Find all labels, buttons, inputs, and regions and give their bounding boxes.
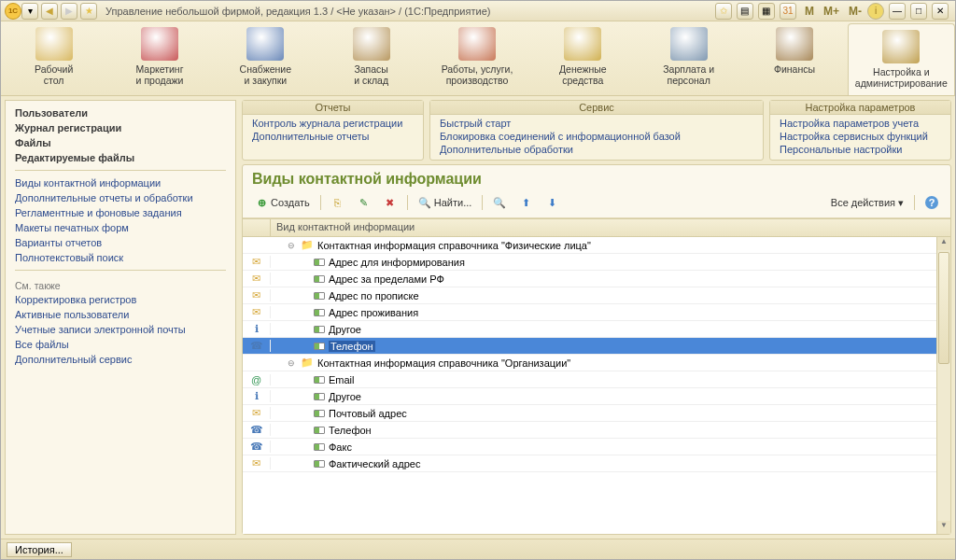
find-button[interactable]: 🔍Найти... — [414, 193, 477, 212]
nav-item-5[interactable]: Денежныесредства — [530, 21, 636, 95]
folder-icon: 📁 — [301, 357, 314, 369]
table-row[interactable]: ℹДругое — [243, 321, 950, 338]
sidebar-link[interactable]: Макеты печатных форм — [15, 221, 226, 234]
close-button[interactable]: ✕ — [932, 3, 949, 20]
info-icon[interactable]: i — [867, 3, 884, 20]
row-label: Телефон — [329, 341, 375, 352]
calc-icon[interactable]: ▦ — [758, 3, 775, 20]
sidebar-link[interactable]: Дополнительный сервис — [15, 353, 226, 366]
table-row[interactable]: ℹДругое — [243, 388, 950, 405]
move-down-button[interactable]: ⬇ — [541, 193, 563, 212]
row-label: Адрес за пределами РФ — [329, 273, 444, 285]
nav-back-button[interactable]: ◀ — [41, 3, 58, 20]
expand-icon[interactable]: ⊖ — [288, 241, 297, 250]
maximize-button[interactable]: □ — [910, 3, 927, 20]
create-button[interactable]: ⊕Создать — [250, 193, 315, 212]
memory-mplus-button[interactable]: M+ — [820, 4, 843, 19]
copy-button[interactable]: ⎘ — [327, 193, 349, 212]
all-actions-button[interactable]: Все действия ▾ — [826, 194, 908, 212]
sidebar-link[interactable]: Активные пользователи — [15, 308, 226, 321]
help-button[interactable]: ? — [921, 193, 943, 212]
grid-header-name-col[interactable]: Вид контактной информации — [271, 219, 950, 236]
panel-link[interactable]: Персональные настройки — [780, 143, 941, 156]
table-row[interactable]: ✉Адрес по прописке — [243, 287, 950, 304]
grid: Вид контактной информации ⊖📁Контактная и… — [243, 218, 950, 534]
sidebar-link[interactable]: Журнал регистрации — [15, 121, 226, 134]
nav-item-2[interactable]: Снабжениеи закупки — [213, 21, 318, 95]
panel-link[interactable]: Быстрый старт — [440, 117, 753, 130]
expand-icon[interactable]: ⊖ — [288, 358, 297, 368]
table-row[interactable]: ✉Адрес за пределами РФ — [243, 271, 950, 287]
sidebar-link[interactable]: Файлы — [15, 136, 226, 149]
panel-link[interactable]: Настройка параметров учета — [780, 117, 941, 130]
app-logo-icon: 1C — [5, 3, 21, 20]
nav-forward-button[interactable]: ▶ — [61, 3, 77, 20]
sidebar-link[interactable]: Редактируемые файлы — [15, 151, 226, 164]
sidebar-link[interactable]: Дополнительные отчеты и обработки — [15, 191, 226, 204]
nav-item-0[interactable]: Рабочийстол — [1, 21, 106, 95]
nav-item-1[interactable]: Маркетинги продажи — [106, 21, 212, 95]
dropdown-button[interactable]: ▾ — [21, 3, 38, 20]
sidebar-link[interactable]: Полнотекстовый поиск — [15, 251, 226, 264]
table-row[interactable]: ✉Адрес проживания — [243, 304, 950, 321]
history-button[interactable]: История... — [7, 542, 72, 557]
nav-item-6[interactable]: Зарплата иперсонал — [636, 21, 741, 95]
table-row[interactable]: ✉Адрес для информирования — [243, 254, 950, 271]
table-row[interactable]: ☎Телефон — [243, 338, 950, 355]
pencil-icon: ✎ — [358, 196, 371, 209]
row-type-icon: ✉ — [243, 256, 271, 268]
table-row[interactable]: ✉Фактический адрес — [243, 455, 950, 472]
doc-icon[interactable]: ▤ — [737, 3, 753, 20]
row-type-icon: ☎ — [243, 424, 271, 436]
panel-service: Сервис Быстрый стартБлокировка соединени… — [429, 100, 764, 161]
scroll-up-icon[interactable]: ▲ — [937, 237, 950, 250]
move-up-button[interactable]: ⬆ — [514, 193, 537, 212]
folder-icon: 📁 — [301, 239, 314, 251]
favorite-button[interactable]: ★ — [80, 3, 97, 20]
panel-link[interactable]: Настройка сервисных функций — [780, 130, 941, 143]
fav-add-icon[interactable]: ✩ — [715, 3, 732, 20]
sidebar-link[interactable]: Варианты отчетов — [15, 236, 226, 249]
table-row[interactable]: ✉Почтовый адрес — [243, 405, 950, 422]
grid-body[interactable]: ⊖📁Контактная информация справочника "Физ… — [243, 237, 950, 534]
scroll-down-icon[interactable]: ▼ — [937, 521, 950, 534]
delete-icon: ✖ — [384, 196, 397, 209]
cancel-search-button[interactable]: 🔍 — [488, 193, 511, 212]
panel-link[interactable]: Дополнительные отчеты — [252, 130, 414, 143]
row-label: Email — [329, 374, 355, 385]
plus-icon: ⊕ — [255, 196, 268, 209]
panel-link[interactable]: Дополнительные обработки — [440, 143, 753, 156]
memory-mminus-button[interactable]: M- — [845, 4, 865, 19]
sidebar-link[interactable]: Регламентные и фоновые задания — [15, 206, 226, 219]
nav-item-3[interactable]: Запасыи склад — [318, 21, 424, 95]
table-row[interactable]: ⊖📁Контактная информация справочника "Физ… — [243, 237, 950, 254]
edit-button[interactable]: ✎ — [353, 193, 375, 212]
row-type-icon: @ — [243, 374, 271, 385]
nav-item-8[interactable]: Настройка иадминистрирование — [848, 23, 955, 95]
calendar-icon[interactable]: 31 — [780, 3, 796, 20]
toolbar: ⊕Создать ⎘ ✎ ✖ 🔍Найти... 🔍 ⬆ ⬇ Все дейст… — [243, 191, 950, 218]
memory-m-button[interactable]: M — [801, 4, 818, 19]
sidebar-link[interactable]: Виды контактной информации — [15, 176, 226, 189]
row-type-icon: ☎ — [243, 340, 271, 352]
table-row[interactable]: ☎Телефон — [243, 422, 950, 439]
nav-item-4[interactable]: Работы, услуги,производство — [424, 21, 529, 95]
sidebar: ПользователиЖурнал регистрацииФайлыРедак… — [5, 100, 236, 535]
sidebar-link[interactable]: Пользователи — [15, 106, 226, 119]
delete-button[interactable]: ✖ — [379, 193, 401, 212]
row-type-icon: ✉ — [243, 289, 271, 301]
panel-link[interactable]: Блокировка соединений с информационной б… — [440, 130, 753, 143]
table-row[interactable]: ☎Факс — [243, 439, 950, 455]
content-area: Виды контактной информации ⊕Создать ⎘ ✎ … — [242, 164, 951, 535]
row-type-icon: ✉ — [243, 306, 271, 318]
nav-item-7[interactable]: Финансы — [741, 21, 847, 95]
sidebar-link[interactable]: Все файлы — [15, 338, 226, 351]
table-row[interactable]: ⊖📁Контактная информация справочника "Орг… — [243, 355, 950, 371]
scrollbar[interactable]: ▲ ▼ — [936, 237, 950, 534]
sidebar-link[interactable]: Учетные записи электронной почты — [15, 323, 226, 336]
sidebar-link[interactable]: Корректировка регистров — [15, 293, 226, 306]
minimize-button[interactable]: — — [889, 3, 906, 20]
scroll-thumb[interactable] — [938, 252, 949, 364]
panel-link[interactable]: Контроль журнала регистрации — [252, 117, 414, 130]
table-row[interactable]: @Email — [243, 371, 950, 388]
